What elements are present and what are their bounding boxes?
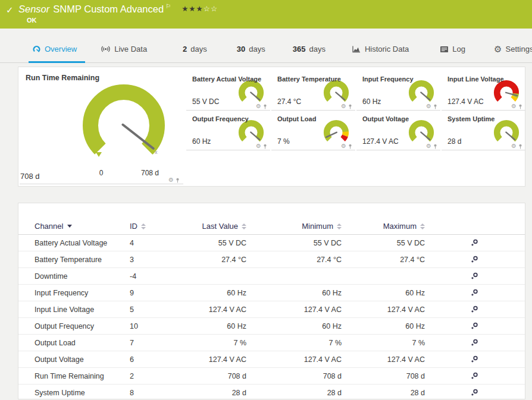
channel-settings-icon[interactable] [471,256,478,263]
channel-settings-icon[interactable] [471,389,478,396]
channels-panel: Channel ID Last Value Minimum Maximum B [18,203,525,399]
tab-2-days[interactable]: 2days [183,36,207,62]
divider [20,184,183,184]
ok-check-icon: ✓ [6,5,14,15]
cell-id: 9 [130,289,177,297]
table-body: Battery Actual Voltage 4 55 V DC 55 V DC… [18,235,525,400]
cell-last-value: 7 % [177,339,246,347]
gauge-value: 55 V DC [192,97,219,106]
table-row: Battery Actual Voltage 4 55 V DC 55 V DC… [18,235,525,251]
gauge-min-marker [96,152,102,157]
small-gauges-grid: Battery Actual Voltage 55 V DC ⚙ Battery… [186,67,526,150]
table-row: Run Time Remaining 2 708 d 708 d 708 d [18,368,525,385]
sensor-title: SNMP Custom Advanced [53,4,164,14]
gear-icon[interactable]: ⚙ [511,143,517,149]
table-header-row: Channel ID Last Value Minimum Maximum [18,218,525,235]
column-header-last-value[interactable]: Last Value [177,222,246,231]
star-empty-icon[interactable]: ☆ [204,5,211,13]
star-filled-icon[interactable]: ★ [181,5,189,13]
channel-settings-icon[interactable] [471,305,478,313]
gauge-title: Output Load [277,115,316,122]
channel-settings-icon[interactable] [471,339,478,347]
cell-minimum: 28 d [246,389,342,397]
cell-last-value: 60 Hz [177,322,246,330]
cell-channel: Output Frequency [18,322,130,330]
gauge-tile-output-voltage[interactable]: Output Voltage 127.4 V AC ⚙ [356,111,440,150]
table-row: System Uptime 8 28 d 28 d 28 d [18,385,525,400]
channel-settings-icon[interactable] [471,355,478,363]
gauge-title: Battery Temperature [277,75,341,83]
gauge-tile-input-frequency[interactable]: Input Frequency 60 Hz ⚙ [356,71,440,111]
channel-settings-icon[interactable] [471,322,478,330]
tab-settings[interactable]: ⚙ Settings [494,36,532,62]
gauge-tile-battery-temperature[interactable]: Battery Temperature 27.4 °C ⚙ [271,71,355,111]
tab-live-data[interactable]: Live Data [101,36,147,62]
tile-actions: ⚙ [168,177,180,183]
cell-last-value: 127.4 V AC [177,305,246,314]
column-header-id[interactable]: ID [130,222,177,231]
cell-last-value: 60 Hz [177,289,246,297]
live-data-icon [101,45,111,53]
gauge-value: 27.4 °C [277,97,301,106]
gauge-tile-run-time-remaining[interactable]: Run Time Remaining x 0 708 d 708 d ⚙ [18,67,186,184]
gauge-tile-output-load[interactable]: Output Load 7 % ⚙ [271,111,355,150]
pin-icon[interactable] [433,104,437,109]
gear-icon[interactable]: ⚙ [511,103,517,109]
gauge-scale-max: 708 d [134,169,165,177]
star-empty-icon[interactable]: ☆ [211,5,218,13]
cell-id: 4 [130,239,177,247]
pin-icon[interactable] [263,104,267,109]
pin-icon[interactable] [176,178,180,183]
gauge-tile-battery-actual-voltage[interactable]: Battery Actual Voltage 55 V DC ⚙ [186,71,270,111]
cell-minimum: 60 Hz [246,289,342,297]
channel-settings-icon[interactable] [471,289,478,297]
tab-overview[interactable]: Overview [32,36,77,62]
gear-icon[interactable]: ⚙ [256,103,261,109]
priority-stars[interactable]: ★★★☆☆ [181,5,218,13]
tab-365-days[interactable]: 365days [293,36,326,62]
cell-id: 10 [130,322,177,330]
gear-icon[interactable]: ⚙ [341,103,346,109]
gauge-title: Output Frequency [192,115,249,122]
cell-id: 8 [130,389,177,397]
star-filled-icon[interactable]: ★ [196,5,204,13]
cell-maximum: 127.4 V AC [342,305,425,314]
gauge-tile-output-frequency[interactable]: Output Frequency 60 Hz ⚙ [186,111,270,150]
pin-icon[interactable] [518,144,522,149]
pin-icon[interactable] [518,104,522,109]
gauge-tile-system-uptime[interactable]: System Uptime 28 d ⚙ [442,111,525,150]
cell-channel: Output Voltage [18,355,130,364]
channel-settings-icon[interactable] [471,272,478,280]
column-header-minimum[interactable]: Minimum [246,222,342,231]
cell-id: 3 [130,256,177,264]
gear-icon[interactable]: ⚙ [426,103,431,109]
gear-icon[interactable]: ⚙ [426,143,431,149]
cell-channel: Output Load [18,339,130,347]
column-header-channel[interactable]: Channel [18,222,130,231]
pin-icon[interactable] [348,144,352,149]
gauge-title: Input Frequency [362,75,414,83]
tab-30-days[interactable]: 30days [237,36,265,62]
gear-icon[interactable]: ⚙ [168,177,174,183]
tile-actions: ⚙ [256,103,267,109]
gear-icon[interactable]: ⚙ [341,143,346,149]
cell-minimum: 27.4 °C [246,256,342,264]
pin-icon[interactable] [433,144,437,149]
pin-icon[interactable] [348,104,352,109]
star-filled-icon[interactable]: ★ [189,5,196,13]
cell-last-value: 27.4 °C [177,256,246,264]
tab-log[interactable]: Log [440,36,465,62]
gear-icon[interactable]: ⚙ [256,143,261,149]
tab-historic-data[interactable]: Historic Data [352,36,409,62]
channel-settings-icon[interactable] [471,372,478,380]
column-header-maximum[interactable]: Maximum [342,222,425,231]
cell-last-value: 127.4 V AC [177,355,246,364]
sort-desc-icon [67,225,72,228]
gauge-tile-input-line-voltage[interactable]: Input Line Voltage 127.4 V AC ⚙ [442,71,525,111]
channel-settings-icon[interactable] [471,239,478,247]
area-chart-icon [352,45,361,53]
cell-last-value: 708 d [177,372,246,380]
cell-id: -4 [130,272,177,281]
log-icon [440,46,449,53]
pin-icon[interactable] [263,144,267,149]
